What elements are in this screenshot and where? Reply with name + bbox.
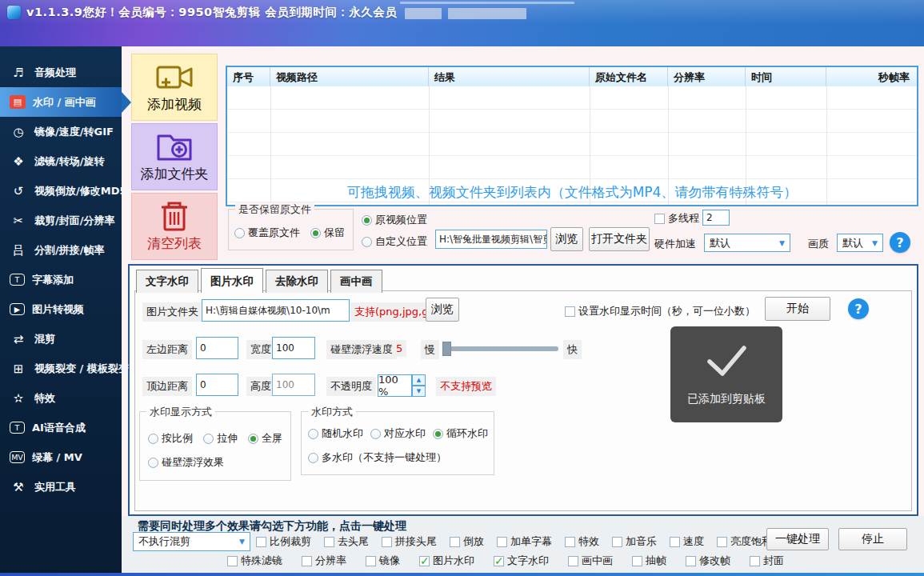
table-column-header: 视频路径 <box>270 67 429 86</box>
effect-checkbox[interactable]: 特效 <box>565 534 599 549</box>
height-input[interactable]: 100 <box>272 374 315 396</box>
watermark-mode-radio[interactable]: 多水印（不支持一键处理） <box>308 450 446 465</box>
watermark-mode-radio[interactable]: 循环水印 <box>433 426 488 441</box>
one-key-process-button[interactable]: 一键处理 <box>766 528 829 550</box>
sidebar-item[interactable]: ⇄ 混剪 <box>0 324 122 354</box>
effect-checkbox[interactable]: 抽帧 <box>632 554 666 568</box>
radio-label: 按比例 <box>162 431 193 446</box>
sidebar-item[interactable]: ⊞ 视频裂变 / 模板裂变 <box>0 354 122 383</box>
image-folder-input[interactable]: H:\剪辑自媒体视频\10-10\m <box>202 299 350 322</box>
watermark-mode-radio[interactable]: 对应水印 <box>370 426 426 441</box>
effect-checkbox[interactable]: 倒放 <box>450 534 484 549</box>
effect-checkbox[interactable]: 封面 <box>750 554 784 568</box>
start-button[interactable]: 开始 <box>765 297 830 321</box>
effect-checkbox[interactable]: 图片水印 <box>419 554 474 568</box>
browse-output-button[interactable]: 浏览 <box>550 227 583 251</box>
sidebar-item[interactable]: ▤ 水印 / 画中画 <box>0 87 122 117</box>
slow-label: 慢 <box>421 340 439 359</box>
sidebar-item[interactable]: ◷ 镜像/速度/转GIF <box>0 117 122 146</box>
float-speed-slider[interactable] <box>442 346 558 351</box>
effect-checkbox[interactable]: 速度 <box>670 534 704 549</box>
mix-mode-dropdown[interactable]: 不执行混剪 ▼ <box>133 532 250 551</box>
image-folder-label: 图片文件夹 <box>142 302 202 322</box>
effect-checkbox[interactable]: 加单字幕 <box>497 534 552 549</box>
stop-button[interactable]: 停止 <box>838 528 907 550</box>
add-video-button[interactable]: 添加视频 <box>131 54 218 121</box>
spin-up-icon[interactable]: ▲ <box>412 374 426 386</box>
multithread-count-input[interactable]: 2 <box>702 210 730 226</box>
sidebar-item[interactable]: MV 绿幕 / MV <box>0 442 122 472</box>
width-input[interactable]: 100 <box>272 337 315 359</box>
spin-down-icon[interactable]: ▼ <box>412 386 426 397</box>
watermark-tab[interactable]: 画中画 <box>330 270 382 293</box>
effect-checkbox[interactable]: 分辨率 <box>302 554 346 568</box>
open-folder-button[interactable]: 打开文件夹 <box>589 227 650 251</box>
checkbox-label: 多线程 <box>668 211 699 226</box>
help-icon[interactable]: ? <box>890 232 910 253</box>
sidebar-item[interactable]: ✫ 特效 <box>0 383 122 413</box>
checkbox-icon <box>450 537 460 547</box>
effect-checkbox[interactable]: 加音乐 <box>612 534 657 549</box>
watermark-time-checkbox[interactable]: 设置水印显示时间（秒，可一位小数） <box>565 304 755 318</box>
effect-checkbox[interactable]: 镜像 <box>366 554 400 568</box>
keep-original-legend: 是否保留原文件 <box>235 202 314 217</box>
effect-checkbox[interactable]: 画中画 <box>568 554 613 568</box>
keep-original-radio[interactable]: 覆盖原文件 <box>234 226 300 240</box>
sidebar-item-icon: ⚒ <box>10 480 27 494</box>
effect-checkbox[interactable]: 比例裁剪 <box>256 534 311 549</box>
effect-checkbox[interactable]: 去头尾 <box>324 534 369 549</box>
keep-original-radio[interactable]: 保留 <box>310 226 345 240</box>
help-icon[interactable]: ? <box>848 298 869 319</box>
sidebar-item[interactable]: T 字幕添加 <box>0 265 122 294</box>
watermark-tab[interactable]: 图片水印 <box>201 268 263 293</box>
table-header-row: 序号视频路径结果原始文件名分辨率时间秒帧率 <box>227 67 917 87</box>
opacity-input[interactable]: 100 % <box>378 374 412 397</box>
original-position-radio[interactable]: 原视频位置 <box>362 213 427 227</box>
effect-checkbox[interactable]: 特殊滤镜 <box>227 554 282 568</box>
checkbox-label: 分辨率 <box>315 554 346 568</box>
checkbox-label: 文字水印 <box>507 554 549 568</box>
watermark-tab[interactable]: 文字水印 <box>136 270 198 293</box>
sidebar-item-icon: ⇄ <box>10 332 27 346</box>
quality-label: 画质 <box>808 237 829 251</box>
quality-dropdown[interactable]: 默认 ▼ <box>837 234 883 252</box>
fast-label: 快 <box>563 340 582 359</box>
display-mode-radio[interactable]: 按比例 <box>148 431 193 446</box>
effect-checkbox[interactable]: 拼接头尾 <box>382 534 437 549</box>
effects-checkbox-row-1: 比例裁剪 去头尾 拼接头尾 倒放 加单字幕 特效 加音乐 速度 <box>256 534 782 549</box>
sidebar-item[interactable]: T AI语音合成 <box>0 413 122 442</box>
watermark-tab[interactable]: 去除水印 <box>266 270 328 293</box>
sidebar-item[interactable]: ♬ 音频处理 <box>0 58 122 87</box>
sidebar-item[interactable]: ❖ 滤镜/转场/旋转 <box>0 146 122 176</box>
left-distance-input[interactable]: 0 <box>196 337 238 359</box>
clear-list-button[interactable]: 清空列表 <box>131 193 218 260</box>
display-mode-radio[interactable]: 全屏 <box>248 431 282 446</box>
custom-position-radio[interactable]: 自定义位置 <box>362 234 427 249</box>
sidebar-nav: ♬ 音频处理 ▤ 水印 / 画中画 ◷ 镜像/速度/转GIF ❖ 滤镜/转场/旋… <box>0 46 122 576</box>
display-mode-radio[interactable]: 拉伸 <box>203 431 238 446</box>
browse-image-folder-button[interactable]: 浏览 <box>426 298 459 322</box>
folder-plus-icon <box>154 130 194 162</box>
sidebar-item[interactable]: 吕 分割/拼接/帧率 <box>0 235 122 265</box>
effect-checkbox[interactable]: 文字水印 <box>494 554 549 568</box>
sidebar-item[interactable]: ↺ 视频倒放/修改MD5 <box>0 176 122 206</box>
table-body-droparea[interactable]: 可拖拽视频、视频文件夹到列表内（文件格式为MP4、请勿带有特殊符号） <box>227 86 917 205</box>
display-mode-radio[interactable]: 碰壁漂浮效果 <box>148 455 224 470</box>
effect-checkbox[interactable]: 修改帧 <box>686 554 730 568</box>
output-path-input[interactable]: H:\智兔批量视频剪辑\智剪 <box>435 230 547 249</box>
sidebar-item[interactable]: ▶ 图片转视频 <box>0 294 122 324</box>
sidebar-item[interactable]: ✂ 裁剪/封面/分辨率 <box>0 206 122 235</box>
sidebar-item-label: 分割/拼接/帧率 <box>34 243 105 258</box>
checkbox-label: 拼接头尾 <box>395 534 437 549</box>
slider-handle[interactable] <box>442 342 451 356</box>
watermark-mode-radio[interactable]: 随机水印 <box>308 426 363 441</box>
checkbox-icon <box>565 537 575 547</box>
multithread-checkbox[interactable]: 多线程 <box>654 211 699 226</box>
radio-icon <box>308 453 318 463</box>
checkbox-icon <box>750 556 760 566</box>
add-folder-button[interactable]: 添加文件夹 <box>131 123 218 190</box>
video-list-table: 序号视频路径结果原始文件名分辨率时间秒帧率 可拖拽视频、视频文件夹到列表内（文件… <box>226 66 918 206</box>
sidebar-item[interactable]: ⚒ 实用工具 <box>0 472 122 502</box>
hw-accel-dropdown[interactable]: 默认 ▼ <box>704 234 790 252</box>
top-distance-input[interactable]: 0 <box>196 374 238 396</box>
